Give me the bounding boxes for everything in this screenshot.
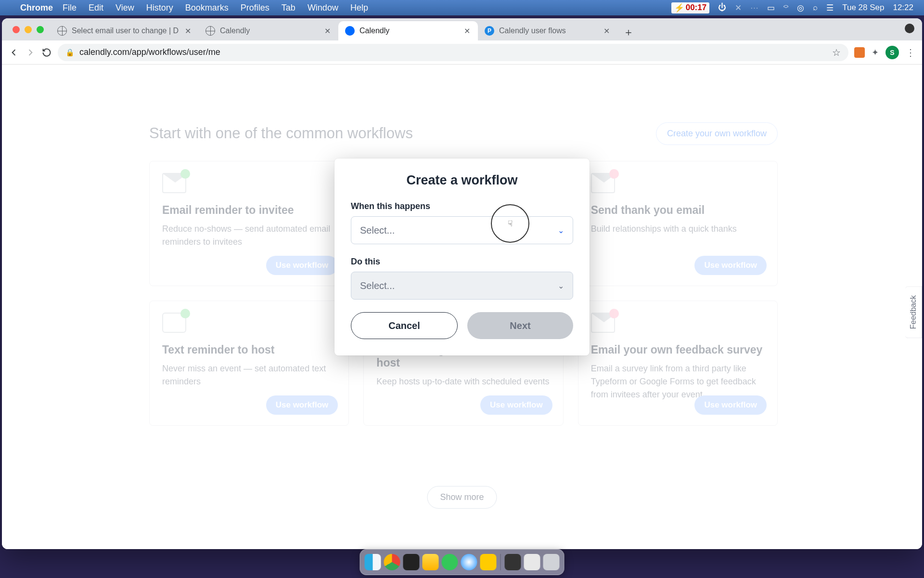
back-button[interactable] [9,47,19,58]
spotlight-icon[interactable]: ⌕ [813,3,818,13]
dock-separator [500,554,501,570]
menu-edit[interactable]: Edit [89,3,103,13]
battery-icon[interactable]: ▭ [767,3,775,13]
chrome-icon[interactable] [384,554,400,570]
card-desc: Build relationships with a quick thanks [591,223,765,236]
status-icon[interactable]: ⋯ [750,3,758,13]
card-desc: Keep hosts up-to-date with scheduled eve… [376,375,550,388]
mail-icon [591,313,615,333]
macos-menubar: Chrome File Edit View History Bookmarks … [0,0,924,15]
window-controls [13,26,44,33]
create-workflow-modal: Create a workflow When this happens Sele… [334,158,590,355]
lock-icon[interactable]: 🔒 [65,48,75,57]
close-tab-icon[interactable]: ✕ [183,26,192,35]
app-icon[interactable] [480,554,497,570]
tab-title: Calendly [220,26,318,35]
card-title: Email your own feedback survey [591,343,765,356]
close-tab-icon[interactable]: ✕ [323,26,332,35]
menu-profiles[interactable]: Profiles [241,3,270,13]
menu-help[interactable]: Help [350,3,368,13]
notes-icon[interactable] [423,554,439,570]
menu-tab[interactable]: Tab [282,3,295,13]
trigger-label: When this happens [351,201,573,211]
finder-icon[interactable] [365,554,381,570]
menu-window[interactable]: Window [308,3,338,13]
close-tab-icon[interactable]: ✕ [602,26,611,35]
control-center-icon[interactable]: ◎ [797,3,804,13]
card-desc: Never miss an event — set automated text… [162,362,336,388]
browser-tab[interactable]: Calendly ✕ [199,21,338,40]
menu-history[interactable]: History [146,3,173,13]
chevron-down-icon: ⌄ [558,226,564,235]
workflow-card[interactable]: Email reminder to invitee Reduce no-show… [149,161,349,286]
wifi-icon[interactable]: ⌔ [783,3,788,13]
incognito-indicator-icon[interactable] [905,24,914,33]
browser-tab[interactable]: Select email user to change | D ✕ [51,21,199,40]
cancel-button[interactable]: Cancel [351,312,458,339]
app-icon[interactable] [505,554,521,570]
use-workflow-button[interactable]: Use workflow [266,256,338,275]
card-title: Email reminder to invitee [162,204,336,217]
workflow-card[interactable]: Text reminder to host Never miss an even… [149,301,349,426]
new-tab-button[interactable]: ＋ [620,24,637,40]
card-desc: Reduce no-shows — send automated email r… [162,223,336,249]
chrome-window: Select email user to change | D ✕ Calend… [2,18,922,549]
chrome-menu-icon[interactable]: ⋮ [906,47,915,58]
mail-icon [162,173,186,193]
extension-icon[interactable] [854,47,865,58]
zoom-window-icon[interactable] [37,26,44,33]
notification-center-icon[interactable]: ☰ [826,3,834,13]
use-workflow-button[interactable]: Use workflow [266,395,338,415]
use-workflow-button[interactable]: Use workflow [694,395,767,415]
url-text: calendly.com/app/workflows/user/me [79,47,220,57]
mail-icon [591,173,615,193]
close-window-icon[interactable] [13,26,20,33]
card-title: Send thank you email [591,204,765,217]
tab-title: Select email user to change | D [72,26,179,35]
next-button[interactable]: Next [467,312,573,339]
macos-dock [360,549,565,575]
browser-tab[interactable]: P Calendly user flows ✕ [478,21,617,40]
messages-icon[interactable] [442,554,458,570]
workflow-card[interactable]: Send thank you email Build relationships… [578,161,778,286]
extensions-menu-icon[interactable]: ✦ [872,47,879,58]
use-workflow-button[interactable]: Use workflow [480,395,552,415]
globe-icon [205,26,215,36]
use-workflow-button[interactable]: Use workflow [694,256,767,275]
recording-timer[interactable]: ⚡00:17 [671,2,709,13]
profile-avatar[interactable]: S [886,46,899,59]
terminal-icon[interactable] [403,554,420,570]
close-tab-icon[interactable]: ✕ [462,26,471,35]
modal-title: Create a workflow [351,173,573,188]
bookmark-star-icon[interactable]: ☆ [832,47,841,58]
menu-bookmarks[interactable]: Bookmarks [185,3,229,13]
menubar-time[interactable]: 12:22 [893,3,913,13]
reload-button[interactable] [41,47,52,58]
safari-icon[interactable] [461,554,477,570]
action-select[interactable]: Select... ⌄ [351,272,573,300]
app-icon[interactable] [524,554,540,570]
menubar-appname[interactable]: Chrome [20,3,53,13]
menu-file[interactable]: File [63,3,77,13]
minimize-window-icon[interactable] [25,26,32,33]
workflow-card[interactable]: Email your own feedback survey Email a s… [578,301,778,426]
trash-icon[interactable] [543,554,560,570]
globe-icon [57,26,67,36]
tab-title: Calendly [359,26,458,35]
action-label: Do this [351,257,573,267]
menubar-date[interactable]: Tue 28 Sep [842,3,884,13]
create-your-own-button[interactable]: Create your own workflow [656,122,778,145]
address-bar[interactable]: 🔒 calendly.com/app/workflows/user/me ☆ [58,44,848,61]
status-icon[interactable]: ✕ [735,3,742,13]
show-more-button[interactable]: Show more [427,486,497,509]
page-heading: Start with one of the common workflows [149,125,413,142]
select-placeholder: Select... [360,280,395,291]
chrome-tabstrip: Select email user to change | D ✕ Calend… [2,18,922,40]
forward-button[interactable] [25,47,36,58]
trigger-select[interactable]: Select... ⌄ [351,216,573,244]
menu-view[interactable]: View [116,3,134,13]
feedback-tab[interactable]: Feedback [905,286,922,338]
browser-tab-active[interactable]: Calendly ✕ [338,21,478,40]
phone-icon [162,313,186,333]
status-icon[interactable]: ⏻ [718,3,726,13]
